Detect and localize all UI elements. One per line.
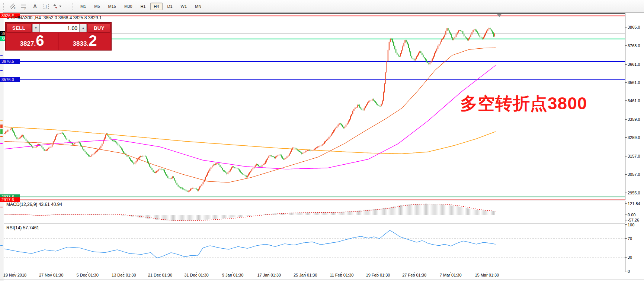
sell-price[interactable]: 3827.6 — [6, 33, 58, 50]
symbol-timeframe: CHINA300-,H4 — [11, 15, 41, 20]
buy-price[interactable]: 3833.2 — [59, 33, 110, 50]
buy-button[interactable]: BUY — [88, 23, 110, 33]
chart-shift-marker-icon[interactable] — [497, 14, 502, 17]
volume-input[interactable] — [39, 24, 80, 32]
ohlc-values: 3852.0 3868.4 3825.8 3829.1 — [44, 15, 102, 20]
sell-button[interactable]: SELL — [6, 23, 31, 33]
tick-direction-icon: ▲ — [6, 16, 10, 20]
volume-decrease-button[interactable]: ▼ — [32, 24, 39, 32]
volume-increase-button[interactable]: ▲ — [80, 24, 87, 32]
mt4-application: E F A T M1 M5 M15 M30 H1 H4 D1 W1 — [0, 0, 644, 281]
chart-text-annotation[interactable]: 多空转折点3800 — [460, 92, 587, 115]
one-click-trading-panel: SELL ▼ ▲ BUY 3827.6 3833.2 — [5, 22, 112, 51]
rsi-label: RSI(14) 57.7461 — [6, 225, 39, 230]
chart-ohlc-header: ▲CHINA300-,H4 3852.0 3868.4 3825.8 3829.… — [6, 15, 102, 20]
macd-label: MACD(12,26,9) 43.61 40.94 — [6, 202, 62, 207]
